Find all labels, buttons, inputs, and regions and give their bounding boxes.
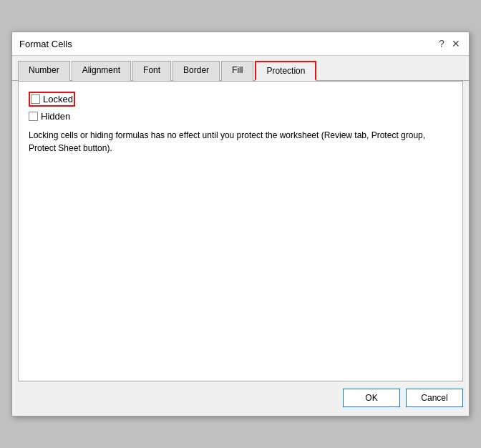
description-text: Locking cells or hiding formulas has no … — [29, 129, 429, 155]
cancel-button[interactable]: Cancel — [406, 389, 463, 407]
tab-border[interactable]: Border — [173, 61, 220, 81]
hidden-checkbox[interactable] — [29, 112, 38, 121]
format-cells-dialog: Format Cells ? ✕ Number Alignment Font B… — [11, 31, 470, 417]
button-row: OK Cancel — [12, 381, 469, 416]
hidden-checkbox-wrapper: Hidden — [29, 111, 70, 122]
tab-number[interactable]: Number — [18, 61, 70, 81]
close-button[interactable]: ✕ — [450, 38, 462, 49]
tab-fill[interactable]: Fill — [221, 61, 253, 81]
locked-checkbox-wrapper: Locked — [29, 92, 75, 107]
locked-label: Locked — [43, 94, 73, 104]
title-bar-controls: ? ✕ — [436, 38, 462, 49]
locked-checkbox[interactable] — [31, 94, 40, 104]
tabs-container: Number Alignment Font Border Fill Protec… — [12, 56, 469, 81]
tab-protection[interactable]: Protection — [255, 61, 316, 81]
tab-font[interactable]: Font — [132, 61, 171, 81]
hidden-label: Hidden — [41, 111, 70, 122]
ok-button[interactable]: OK — [343, 389, 400, 407]
locked-row: Locked — [29, 92, 452, 107]
help-button[interactable]: ? — [436, 38, 447, 49]
title-bar: Format Cells ? ✕ — [12, 32, 469, 56]
hidden-row: Hidden — [29, 111, 452, 122]
dialog-title: Format Cells — [19, 39, 72, 49]
tab-alignment[interactable]: Alignment — [72, 61, 131, 81]
content-area: Locked Hidden Locking cells or hiding fo… — [18, 81, 463, 381]
